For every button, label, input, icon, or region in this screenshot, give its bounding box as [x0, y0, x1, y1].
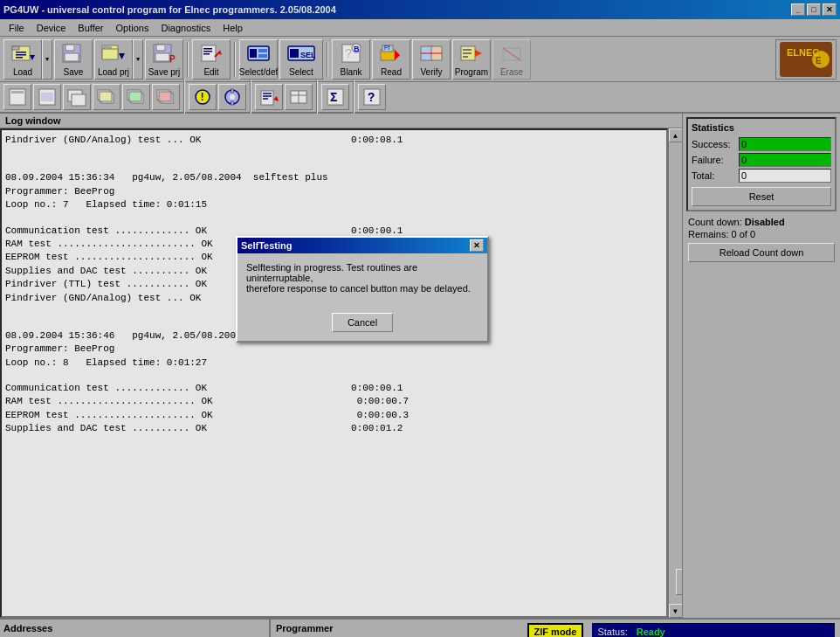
modal-buttons: Cancel [238, 313, 487, 341]
modal-content: Selftesting in progress. Test routines a… [238, 253, 487, 313]
modal-overlay: SelfTesting ✕ Selftesting in progress. T… [0, 0, 840, 637]
modal-message: Selftesting in progress. Test routines a… [246, 262, 479, 294]
modal-close-button[interactable]: ✕ [470, 239, 484, 252]
modal-title-bar: SelfTesting ✕ [238, 238, 487, 253]
modal-title: SelfTesting [241, 240, 292, 251]
modal-cancel-button[interactable]: Cancel [332, 313, 393, 332]
modal-dialog: SelfTesting ✕ Selftesting in progress. T… [236, 236, 489, 343]
